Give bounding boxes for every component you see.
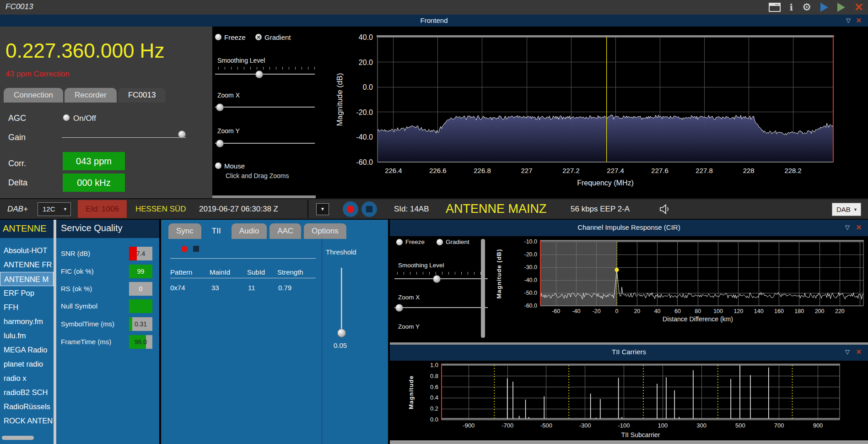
tii-carriers-chart[interactable]: 1.00.80.60.40.20.0-900-700-500-300-10010… (390, 361, 868, 444)
collapse-triangle-icon[interactable]: ▽ (845, 224, 850, 231)
zoom-x-label: Zoom X (217, 92, 240, 99)
tab-sync[interactable]: Sync (168, 223, 201, 239)
svg-text:-20.0: -20.0 (356, 108, 373, 116)
station-item[interactable]: ANTENNE M (0, 272, 54, 286)
mouse-hint-label: Click and Drag Zooms (226, 172, 289, 179)
spectrum-plot[interactable]: 40.020.00.0-20.0-40.0-60.0226.4226.6226.… (316, 27, 868, 198)
svg-text:Magnitude: Magnitude (408, 375, 415, 409)
station-item[interactable]: radio x (0, 371, 54, 385)
gain-slider-track[interactable] (62, 137, 186, 138)
mouse-zoom-radio[interactable] (215, 162, 221, 169)
close-panel-icon[interactable]: ✕ (856, 348, 862, 356)
gradient-radio[interactable] (255, 34, 262, 40)
record-indicator-icon[interactable] (181, 246, 188, 252)
cir-chart[interactable]: -10.0-20.0-30.0-40.0-50.0-60.0-60-40-200… (390, 236, 868, 342)
station-item[interactable]: planet radio (0, 357, 54, 371)
svg-text:120: 120 (733, 308, 743, 314)
threshold-value: 0.05 (334, 341, 347, 349)
titlebar: FC0013 ℹ ⚙ ✕ (0, 0, 868, 15)
station-item[interactable]: lulu.fm (0, 329, 54, 343)
svg-text:Distance Difference (km): Distance Difference (km) (663, 315, 733, 323)
cir-smoothing-slider-knob[interactable] (433, 275, 441, 283)
freeze-radio[interactable] (215, 34, 221, 40)
collapse-triangle-icon[interactable]: ▽ (845, 348, 850, 355)
tii-cell: 0.79 (278, 284, 291, 292)
play-blue-icon[interactable] (820, 3, 828, 12)
tab-options[interactable]: Options (304, 223, 346, 239)
cir-freeze-radio[interactable] (396, 239, 403, 245)
threshold-slider-track[interactable] (341, 268, 342, 337)
cir-zoom-x-slider-knob[interactable] (395, 304, 403, 312)
svg-text:-20: -20 (593, 308, 601, 314)
ensemble-id-badge: EId: 1006 (78, 200, 127, 218)
svg-text:228: 228 (743, 167, 755, 174)
agc-radio[interactable] (63, 114, 70, 121)
svg-text:227.6: 227.6 (651, 167, 669, 174)
svg-text:-30.0: -30.0 (524, 264, 538, 271)
vertical-scrollbar[interactable] (481, 239, 485, 338)
service-quality-title: Service Quality (61, 223, 123, 233)
zoom-y-slider-knob[interactable] (216, 140, 224, 147)
cir-panel: Channel Impulse Response (CIR) ▽ ✕ Freez… (390, 220, 868, 342)
stop-indicator-icon[interactable] (193, 246, 199, 252)
station-item[interactable]: ANTENNE FR (0, 258, 54, 272)
channel-select[interactable]: 12C ▼ (38, 202, 71, 216)
smoothing-slider-knob[interactable] (255, 70, 263, 78)
station-item[interactable]: MEGA Radio (0, 343, 54, 357)
station-item[interactable]: harmony.fm (0, 314, 54, 329)
station-item[interactable]: RadioRüssels (0, 400, 54, 414)
speaker-icon[interactable] (658, 203, 671, 217)
service-quality-row: RS (ok %)0 (56, 282, 159, 296)
info-icon[interactable]: ℹ (790, 3, 793, 12)
stop-button[interactable] (361, 201, 377, 217)
play-green-icon[interactable] (837, 3, 845, 12)
svg-text:100: 100 (713, 308, 723, 314)
sq-row-label: RS (ok %) (61, 285, 92, 292)
gain-slider-knob[interactable] (178, 130, 186, 138)
corr-value-box: 043 ppm (63, 152, 125, 170)
close-panel-icon[interactable]: ✕ (856, 223, 862, 232)
tii-carriers-panel: TII Carriers ▽ ✕ 1.00.80.60.40.20.0-900-… (390, 345, 868, 444)
service-quality-row: SymbolTime (ms)0.31 (56, 317, 159, 331)
timestamp: 2019-06-27 06:30:38 Z (199, 199, 278, 219)
sq-row-value: 0.31 (129, 317, 152, 331)
threshold-slider-knob[interactable] (337, 329, 346, 337)
collapse-triangle-icon[interactable]: ▽ (846, 17, 851, 24)
tab-tii[interactable]: TII (204, 223, 229, 239)
svg-text:Magnitude (dB): Magnitude (dB) (335, 73, 344, 126)
station-item[interactable]: ERF Pop (0, 286, 54, 300)
station-item[interactable]: ROCK ANTEN (0, 414, 54, 428)
tab-aac[interactable]: AAC (270, 223, 301, 239)
svg-text:0.6: 0.6 (430, 384, 438, 390)
agc-option-label: On/Off (73, 114, 96, 123)
horizontal-scrollbar[interactable] (2, 436, 34, 440)
tii-cell: 11 (248, 284, 255, 292)
close-app-icon[interactable]: ✕ (854, 2, 863, 13)
tab-audio[interactable]: Audio (232, 223, 267, 239)
spectrum-chart[interactable]: 40.020.00.0-20.0-40.0-60.0226.4226.6226.… (316, 27, 868, 198)
svg-text:0: 0 (615, 308, 619, 314)
tab-connection[interactable]: Connection (4, 88, 63, 103)
output-mode-select[interactable]: DAB ▼ (832, 203, 861, 216)
sq-value-box: 0.31 (129, 317, 152, 331)
tab-recorder[interactable]: Recorder (65, 88, 117, 103)
close-panel-icon[interactable]: ✕ (856, 16, 862, 25)
zoom-x-slider-knob[interactable] (216, 103, 224, 111)
cir-gradient-label: Gradient (446, 238, 469, 245)
tab-fc0013[interactable]: FC0013 (118, 88, 166, 103)
decoder-tabs-panel: SyncTIIAudioAACOptions PatternMainIdSubI… (161, 220, 388, 444)
table-header-underline (170, 278, 316, 278)
record-options-dropdown[interactable]: ▼ (316, 203, 329, 215)
window-layout-icon[interactable] (769, 3, 781, 12)
svg-text:-50.0: -50.0 (524, 290, 538, 296)
record-button[interactable] (343, 201, 358, 217)
settings-gear-icon[interactable]: ⚙ (802, 2, 811, 12)
svg-text:-300: -300 (579, 422, 591, 429)
chevron-down-icon: ▼ (853, 203, 857, 216)
svg-text:228.2: 228.2 (784, 167, 802, 174)
station-item[interactable]: FFH (0, 300, 54, 314)
station-item[interactable]: radioB2 SCH (0, 385, 54, 400)
svg-text:220: 220 (835, 308, 845, 314)
station-item[interactable]: Absolut-HOT (0, 244, 54, 258)
cir-gradient-radio[interactable] (437, 239, 443, 245)
